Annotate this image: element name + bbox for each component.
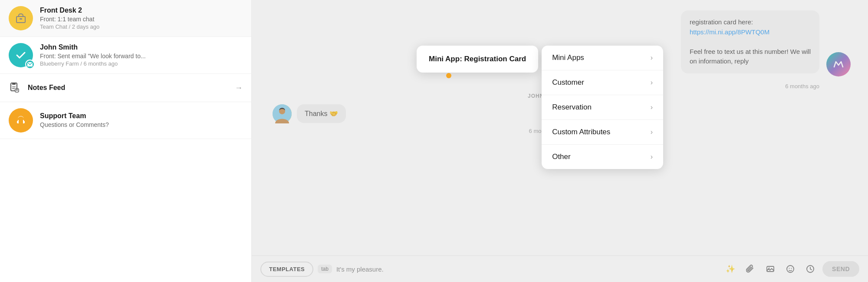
avatar-john-smith: [9, 43, 33, 67]
avatar-john-smith-wrapper: [9, 43, 33, 67]
sidebar-item-content-front-desk-2: Front Desk 2 Front: 1:1 team chat Team C…: [40, 7, 243, 30]
dropdown-item-label-custom-attributes: Custom Attributes: [552, 128, 610, 136]
sidebar: Front Desk 2 Front: 1:1 team chat Team C…: [0, 0, 252, 282]
svg-rect-4: [12, 83, 16, 85]
chevron-right-icon-customer: ›: [651, 79, 653, 86]
chevron-right-icon-mini-apps: ›: [651, 54, 653, 62]
sidebar-item-meta-front-desk-2: Team Chat / 2 days ago: [40, 23, 243, 30]
sidebar-item-content-john-smith: John Smith Front: Sent email "We look fo…: [40, 43, 243, 67]
sidebar-item-subtitle-john-smith: Front: Sent email "We look forward to...: [40, 53, 243, 60]
avatar-front-desk-2: [9, 6, 33, 30]
dropdown-menu: Mini Apps › Customer › Reservation › Cus…: [542, 46, 663, 169]
sidebar-item-front-desk-2[interactable]: Front Desk 2 Front: 1:1 team chat Team C…: [0, 0, 251, 37]
chevron-right-icon-reservation: ›: [651, 103, 653, 111]
sidebar-item-support-team[interactable]: Support Team Questions or Comments?: [0, 102, 251, 139]
mini-app-popup: Mini App: Registration Card Mini Apps › …: [417, 46, 663, 169]
dropdown-item-mini-apps[interactable]: Mini Apps ›: [542, 46, 663, 70]
sidebar-item-content-support-team: Support Team Questions or Comments?: [40, 112, 243, 129]
dropdown-item-other[interactable]: Other ›: [542, 145, 663, 169]
svg-rect-1: [20, 18, 22, 20]
dropdown-item-reservation[interactable]: Reservation ›: [542, 95, 663, 120]
notes-feed-item[interactable]: Notes Feed →: [0, 74, 251, 102]
orange-dot-indicator: [446, 73, 451, 78]
sidebar-item-name-john-smith: John Smith: [40, 43, 243, 51]
main-content: registration card here: https://mi.ni.ap…: [252, 0, 868, 282]
email-badge: [25, 60, 35, 69]
dropdown-item-custom-attributes[interactable]: Custom Attributes ›: [542, 120, 663, 145]
notes-feed-label: Notes Feed: [28, 84, 235, 92]
sidebar-item-name-support-team: Support Team: [40, 112, 243, 120]
dropdown-item-customer[interactable]: Customer ›: [542, 70, 663, 95]
notes-icon: [9, 82, 21, 94]
dropdown-item-label-customer: Customer: [552, 78, 584, 87]
dropdown-item-label-other: Other: [552, 153, 571, 161]
sidebar-item-john-smith[interactable]: John Smith Front: Sent email "We look fo…: [0, 37, 251, 74]
sidebar-item-meta-john-smith: Blueberry Farm / 6 months ago: [40, 60, 243, 67]
sidebar-item-name-front-desk-2: Front Desk 2: [40, 7, 243, 14]
sidebar-item-subtitle-support-team: Questions or Comments?: [40, 121, 243, 128]
sidebar-item-subtitle-front-desk-2: Front: 1:1 team chat: [40, 16, 243, 23]
dropdown-item-label-reservation: Reservation: [552, 103, 592, 112]
chevron-right-icon-other: ›: [651, 153, 653, 161]
notes-feed-arrow-icon: →: [235, 83, 243, 93]
dropdown-item-label-mini-apps: Mini Apps: [552, 53, 584, 62]
avatar-support-team: [9, 108, 33, 133]
chevron-right-icon-custom-attributes: ›: [651, 128, 653, 136]
mini-app-label: Mini App: Registration Card: [429, 55, 526, 63]
mini-app-label-box: Mini App: Registration Card: [417, 46, 538, 73]
